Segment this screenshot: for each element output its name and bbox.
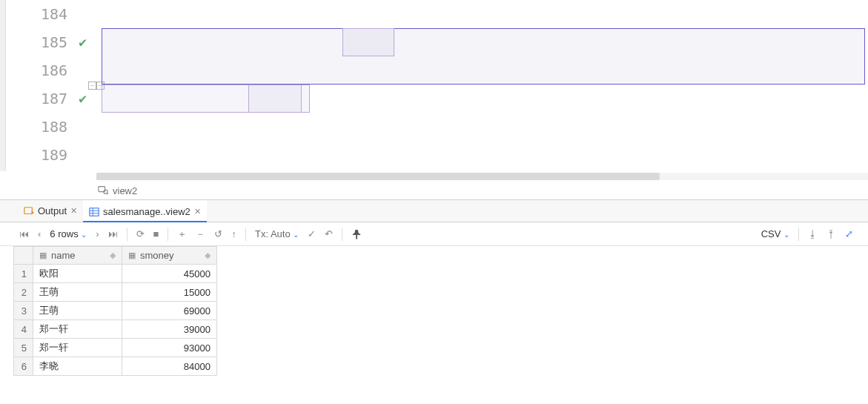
chevron-down-icon: ⌄ [81,231,87,239]
corner-cell[interactable] [14,247,33,265]
row-number: 2 [14,283,33,302]
tx-label: Tx: Auto [255,228,291,239]
line-number: 189 [38,141,67,169]
gutter: 184 185✔ 186 187✔ 188 189 [6,0,91,171]
line-number: 184 [38,0,67,28]
row-number: 6 [14,357,33,376]
panel-tabs: Output ✕ salesmanage..view2 ✕ [0,200,868,222]
column-label: name [51,250,76,261]
tab-result-view2[interactable]: salesmanage..view2 ✕ [83,200,207,222]
table-row[interactable]: 1 欧阳 45000 [14,265,217,283]
line-number: 185 [38,28,67,56]
row-number: 3 [14,302,33,320]
cell-name[interactable]: 郑一轩 [33,339,122,357]
header-row: ▦name ◆ ▦smoney ◆ [14,247,217,265]
cell-smoney[interactable]: 39000 [122,320,217,339]
output-icon [24,206,34,216]
column-icon: ▦ [39,251,47,260]
first-page-button[interactable]: ⏮ [19,228,29,239]
upload-button[interactable]: ⭱ [826,228,836,239]
last-page-button[interactable]: ⏭ [108,228,118,239]
sort-icon[interactable]: ◆ [205,251,211,260]
table-row[interactable]: 4 郑一轩 39000 [14,320,217,339]
row-count-label: 6 rows [50,228,78,239]
cell-name[interactable]: 王萌 [33,283,122,302]
editor-left-stripe [0,0,6,171]
tab-output[interactable]: Output ✕ [18,200,83,222]
row-count-dropdown[interactable]: 6 rows ⌄ [50,228,87,239]
cell-smoney[interactable]: 84000 [122,357,217,376]
run-ok-icon: ✔ [73,28,87,56]
cell-smoney[interactable]: 45000 [122,265,217,283]
column-header-name[interactable]: ▦name ◆ [33,247,122,265]
results-toolbar: ⏮ ‹ 6 rows ⌄ › ⏭ ⟳ ■ ＋ － ↺ ↑ Tx: Auto ⌄ … [0,222,868,246]
cell-name[interactable]: 李晓 [33,357,122,376]
cell-smoney[interactable]: 93000 [122,339,217,357]
code-lines[interactable]: #13.建立名为view2 的视图，统计每个员工的销售金额。 create or… [102,0,868,171]
fold-column[interactable]: – – [91,0,102,171]
row-number: 1 [14,265,33,283]
cell-name[interactable]: 欧阳 [33,265,122,283]
horizontal-scrollbar[interactable] [0,171,868,182]
result-grid[interactable]: ▦name ◆ ▦smoney ◆ 1 欧阳 4 [13,246,217,376]
cell-smoney[interactable]: 69000 [122,302,217,320]
cell-smoney[interactable]: 15000 [122,283,217,302]
close-icon[interactable]: ✕ [194,207,201,216]
svg-rect-4 [90,208,99,216]
delete-row-button[interactable]: － [196,228,205,241]
close-icon[interactable]: ✕ [70,206,77,216]
chevron-down-icon: ⌄ [783,231,789,239]
revert-button[interactable]: ↺ [214,228,222,239]
inspect-icon [98,185,108,197]
add-row-button[interactable]: ＋ [177,228,187,241]
run-ok-icon: ✔ [73,85,87,113]
results-panel: Output ✕ salesmanage..view2 ✕ ⏮ ‹ 6 rows… [0,200,868,404]
line-number: 187 [38,85,67,113]
tx-mode-dropdown[interactable]: Tx: Auto ⌄ [255,228,299,239]
csv-label: CSV [761,228,781,239]
next-page-button[interactable]: › [96,228,99,239]
cell-name[interactable]: 郑一轩 [33,320,122,339]
download-button[interactable]: ⭳ [808,228,818,239]
svg-rect-3 [24,207,33,213]
cell-name[interactable]: 王萌 [33,302,122,320]
pin-button[interactable] [351,229,362,239]
editor-status-row: view2 [0,182,868,199]
svg-line-2 [107,193,108,194]
row-number: 4 [14,320,33,339]
commit-button[interactable]: ↑ [231,228,236,239]
tab-label: Output [38,205,67,216]
table-icon [89,207,99,217]
line-number: 186 [38,56,67,85]
export-format-dropdown[interactable]: CSV ⌄ [761,228,789,239]
row-number: 5 [14,339,33,357]
table-row[interactable]: 5 郑一轩 93000 [14,339,217,357]
editor-status-text: view2 [113,185,137,196]
stop-button[interactable]: ■ [153,228,159,239]
tx-rollback-button[interactable]: ↶ [325,228,333,239]
sql-editor[interactable]: 184 185✔ 186 187✔ 188 189 – – #13.建立名为vi… [0,0,868,200]
column-icon: ▦ [128,251,136,260]
fold-handle-icon[interactable]: – [88,82,96,90]
table-row[interactable]: 3 王萌 69000 [14,302,217,320]
tab-label: salesmanage..view2 [103,206,191,217]
table-row[interactable]: 2 王萌 15000 [14,283,217,302]
table-row[interactable]: 6 李晓 84000 [14,357,217,376]
expand-button[interactable]: ⤢ [845,228,853,239]
reload-button[interactable]: ⟳ [136,228,145,239]
prev-page-button[interactable]: ‹ [38,228,41,239]
line-number: 188 [38,113,67,141]
tx-commit-button[interactable]: ✓ [308,228,316,239]
column-label: smoney [140,250,174,261]
chevron-down-icon: ⌄ [293,231,299,239]
scrollbar-thumb[interactable] [96,173,660,180]
sort-icon[interactable]: ◆ [110,251,116,260]
column-header-smoney[interactable]: ▦smoney ◆ [122,247,217,265]
